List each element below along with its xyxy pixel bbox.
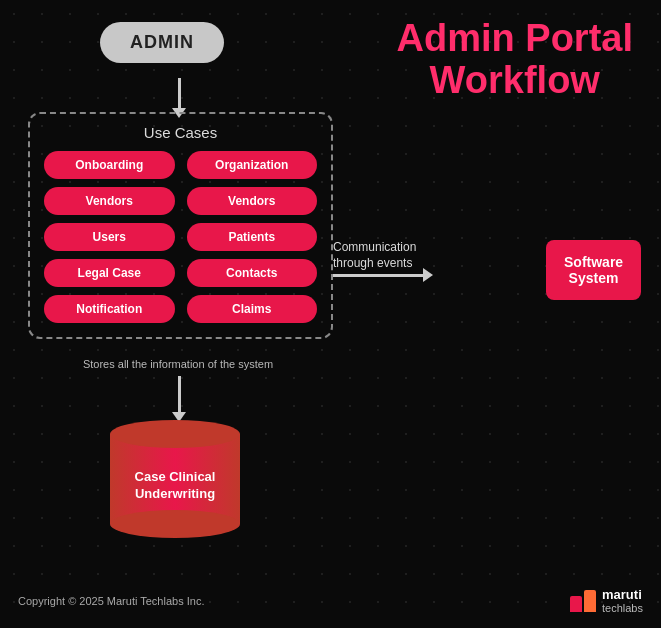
database-cylinder: Case Clinical Underwriting [110,420,240,538]
communication-label: Communicationthrough events [333,240,443,271]
use-case-legal-case[interactable]: Legal Case [44,259,175,287]
use-case-organization[interactable]: Organization [187,151,318,179]
footer: Copyright © 2025 Maruti Techlabs Inc. ma… [0,588,661,614]
logo-icon [570,590,596,612]
use-case-vendors-left[interactable]: Vendors [44,187,175,215]
db-label: Case Clinical Underwriting [115,469,235,503]
use-case-contacts[interactable]: Contacts [187,259,318,287]
logo-bar-left [570,596,582,612]
software-system-box: Software System [546,240,641,300]
db-bottom [110,510,240,538]
use-case-users[interactable]: Users [44,223,175,251]
use-cases-grid: Onboarding Organization Vendors Vendors … [44,151,317,323]
use-cases-box: Use Cases Onboarding Organization Vendor… [28,112,333,339]
use-case-claims[interactable]: Claims [187,295,318,323]
db-top [110,420,240,448]
use-case-notification[interactable]: Notification [44,295,175,323]
database-container: Case Clinical Underwriting [110,420,240,538]
logo-bar-right [584,590,596,612]
use-cases-title: Use Cases [44,124,317,141]
admin-box: ADMIN [100,22,224,63]
logo-name: maruti [602,588,643,602]
logo-sub: techlabs [602,602,643,614]
logo-text-block: maruti techlabs [602,588,643,614]
copyright-text: Copyright © 2025 Maruti Techlabs Inc. [18,595,204,607]
arrow-to-db [172,376,186,422]
use-case-onboarding[interactable]: Onboarding [44,151,175,179]
communication-arrow [333,268,433,282]
footer-logo: maruti techlabs [570,588,643,614]
main-content: Admin Portal Workflow ADMIN Use Cases On… [0,0,661,628]
use-case-patients[interactable]: Patients [187,223,318,251]
stores-label: Stores all the information of the system [78,358,278,370]
page-title: Admin Portal Workflow [397,18,633,102]
use-case-vendors-right[interactable]: Vendors [187,187,318,215]
